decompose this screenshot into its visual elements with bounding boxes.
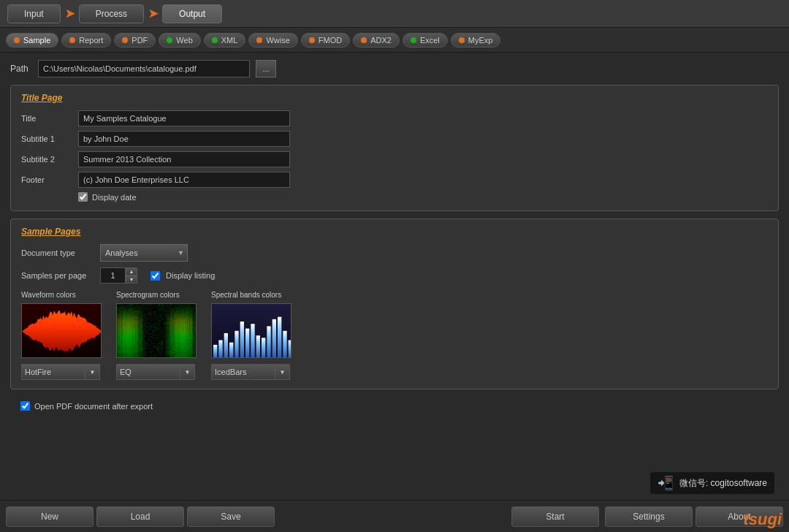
tab-dot-wwise bbox=[256, 37, 262, 43]
samples-per-page-row: Samples per page ▲ ▼ Display listing bbox=[21, 267, 768, 284]
tab-pdf[interactable]: PDF bbox=[114, 33, 156, 48]
tab-wwise[interactable]: Wwise bbox=[248, 33, 297, 48]
title-input[interactable] bbox=[78, 110, 290, 126]
subtitle1-input[interactable] bbox=[78, 131, 290, 147]
sample-pages-panel: Sample Pages Document type Analyses Over… bbox=[10, 218, 779, 390]
path-label: Path bbox=[10, 64, 32, 74]
samples-per-page-input[interactable] bbox=[100, 267, 126, 284]
tab-adx2[interactable]: ADX2 bbox=[353, 33, 400, 48]
spectral-dropdown-wrapper: IcedBars FireBars Classic ▼ bbox=[211, 364, 290, 380]
tab-myexp-label: MyExp bbox=[468, 36, 493, 45]
tab-dot-excel bbox=[411, 37, 416, 43]
display-listing-label: Display listing bbox=[166, 271, 215, 280]
waveform-swatch[interactable] bbox=[21, 303, 102, 358]
load-button[interactable]: Load bbox=[96, 506, 184, 527]
tab-wwise-label: Wwise bbox=[266, 36, 289, 45]
tsugi-logo: tsugi bbox=[743, 510, 782, 529]
subtitle1-row: Subtitle 1 bbox=[21, 131, 768, 147]
subtitle2-input[interactable] bbox=[78, 151, 290, 167]
footer-row: Footer bbox=[21, 172, 768, 188]
bottom-bar: New Load Save Start Settings About tsugi bbox=[0, 500, 789, 532]
main-content: Path ... Title Page Title Subtitle 1 Sub… bbox=[0, 53, 789, 500]
display-date-label: Display date bbox=[92, 193, 137, 202]
tab-pdf-label: PDF bbox=[132, 36, 148, 45]
spectrogram-dropdown-arrow[interactable]: ▼ bbox=[180, 364, 195, 380]
settings-button[interactable]: Settings bbox=[605, 506, 693, 527]
spectral-select[interactable]: IcedBars FireBars Classic bbox=[211, 364, 275, 380]
doc-type-select[interactable]: Analyses Overview Detailed bbox=[100, 244, 188, 262]
spectrogram-swatch[interactable] bbox=[116, 303, 197, 358]
tab-sample[interactable]: Sample bbox=[6, 33, 58, 48]
tab-xml[interactable]: XML bbox=[204, 33, 246, 48]
spectrogram-canvas bbox=[117, 304, 197, 358]
nav-arrow-1: ➤ bbox=[65, 7, 75, 20]
tab-dot-report bbox=[69, 37, 75, 43]
colors-row: Waveform colors HotFire CoolWave Classic… bbox=[21, 291, 768, 380]
tab-web[interactable]: Web bbox=[159, 33, 200, 48]
tab-web-label: Web bbox=[176, 36, 192, 45]
display-date-checkbox[interactable] bbox=[78, 192, 88, 202]
doc-type-label: Document type bbox=[21, 248, 94, 257]
spectrogram-select[interactable]: EQ Rainbow Grayscale bbox=[116, 364, 180, 380]
tab-report-label: Report bbox=[79, 36, 103, 45]
tab-dot-sample bbox=[14, 37, 20, 43]
path-input[interactable] bbox=[38, 60, 250, 77]
title-row: Title bbox=[21, 110, 768, 126]
spectral-canvas bbox=[212, 304, 291, 358]
footer-label: Footer bbox=[21, 175, 72, 184]
spin-up-button[interactable]: ▲ bbox=[126, 267, 137, 276]
browse-button[interactable]: ... bbox=[256, 60, 276, 77]
bottom-right: Start Settings About bbox=[511, 506, 783, 527]
tab-fmod-label: FMOD bbox=[319, 36, 342, 45]
display-date-row: Display date bbox=[78, 192, 768, 202]
spectral-colors-group: Spectral bands colors IcedBars FireBars … bbox=[211, 291, 291, 380]
tab-xml-label: XML bbox=[221, 36, 238, 45]
spectrogram-dropdown-wrapper: EQ Rainbow Grayscale ▼ bbox=[116, 364, 195, 380]
nav-arrow-2: ➤ bbox=[148, 7, 158, 20]
title-page-panel: Title Page Title Subtitle 1 Subtitle 2 F… bbox=[10, 85, 779, 211]
tab-bar: Sample Report PDF Web XML Wwise FMOD ADX… bbox=[0, 28, 789, 53]
tab-sample-label: Sample bbox=[23, 36, 50, 45]
tab-dot-xml bbox=[212, 37, 218, 43]
top-nav: Input ➤ Process ➤ Output bbox=[0, 0, 789, 28]
doc-type-dropdown-wrapper: Analyses Overview Detailed bbox=[100, 244, 188, 262]
tab-dot-fmod bbox=[309, 37, 315, 43]
wechat-icon: 📲 bbox=[658, 475, 674, 491]
tab-dot-adx2 bbox=[361, 37, 367, 43]
waveform-dropdown-arrow[interactable]: ▼ bbox=[85, 364, 100, 380]
spectral-dropdown-arrow[interactable]: ▼ bbox=[275, 364, 290, 380]
subtitle2-row: Subtitle 2 bbox=[21, 151, 768, 167]
footer-input[interactable] bbox=[78, 172, 290, 188]
subtitle1-label: Subtitle 1 bbox=[21, 134, 72, 143]
open-pdf-row: Open PDF document after export bbox=[10, 397, 779, 415]
samples-per-page-input-wrapper: ▲ ▼ bbox=[100, 267, 137, 284]
spin-down-button[interactable]: ▼ bbox=[126, 276, 137, 284]
doc-type-row: Document type Analyses Overview Detailed bbox=[21, 244, 768, 262]
spectrogram-colors-group: Spectrogram colors EQ Rainbow Grayscale … bbox=[116, 291, 197, 380]
path-row: Path ... bbox=[10, 60, 779, 77]
save-button[interactable]: Save bbox=[187, 506, 275, 527]
waveform-select[interactable]: HotFire CoolWave Classic bbox=[21, 364, 85, 380]
spectral-swatch[interactable] bbox=[211, 303, 291, 358]
subtitle2-label: Subtitle 2 bbox=[21, 155, 72, 164]
tab-myexp[interactable]: MyExp bbox=[451, 33, 501, 48]
tab-fmod[interactable]: FMOD bbox=[301, 33, 350, 48]
sample-pages-section-title: Sample Pages bbox=[21, 227, 768, 237]
title-page-section-title: Title Page bbox=[21, 93, 768, 103]
nav-process[interactable]: Process bbox=[79, 4, 144, 23]
wechat-text: 微信号: cogitosoftware bbox=[679, 477, 767, 490]
tab-dot-myexp bbox=[459, 37, 465, 43]
tab-excel[interactable]: Excel bbox=[403, 33, 448, 48]
open-pdf-checkbox[interactable] bbox=[20, 401, 30, 411]
new-button[interactable]: New bbox=[6, 506, 94, 527]
waveform-canvas bbox=[22, 304, 102, 358]
spectrogram-colors-label: Spectrogram colors bbox=[116, 291, 180, 299]
start-button[interactable]: Start bbox=[511, 506, 599, 527]
tab-dot-web bbox=[167, 37, 172, 43]
tab-adx2-label: ADX2 bbox=[370, 36, 392, 45]
tab-report[interactable]: Report bbox=[61, 33, 111, 48]
nav-input[interactable]: Input bbox=[7, 4, 61, 23]
display-listing-checkbox[interactable] bbox=[150, 271, 160, 281]
waveform-dropdown-wrapper: HotFire CoolWave Classic ▼ bbox=[21, 364, 100, 380]
nav-output[interactable]: Output bbox=[162, 4, 222, 23]
